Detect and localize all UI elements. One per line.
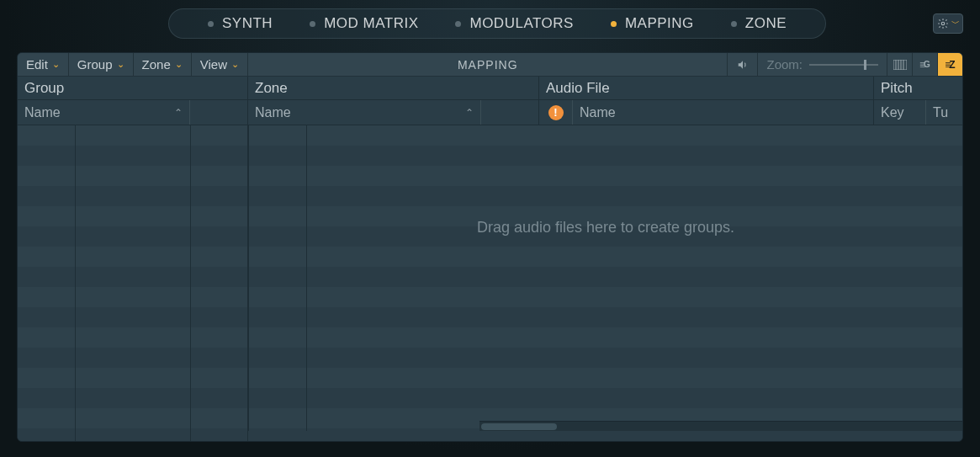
- nav-tab-modulators[interactable]: MODULATORS: [437, 9, 591, 38]
- column-title: Audio File: [539, 77, 873, 100]
- drop-placeholder-text: Drag audio files here to create groups.: [477, 219, 734, 236]
- warning-icon: !: [548, 105, 564, 120]
- zone-view-button[interactable]: ≡Z: [937, 53, 962, 76]
- column-audio-file: Audio File ! Name: [539, 77, 874, 125]
- menu-label: Zone: [142, 57, 171, 72]
- column-pitch-tune[interactable]: Tu: [926, 100, 962, 125]
- keyboard-view-button[interactable]: [887, 53, 912, 76]
- zoom-thumb[interactable]: [864, 60, 866, 70]
- chevron-down-icon: ﹀: [951, 18, 960, 29]
- gear-icon: [937, 18, 949, 29]
- column-title: Group: [18, 77, 247, 100]
- sort-asc-icon: ⌃: [465, 107, 474, 119]
- g-label: G: [924, 60, 930, 69]
- column-divider: [190, 125, 191, 441]
- sub-header-label: Tu: [933, 105, 948, 120]
- nav-tab-synth[interactable]: SYNTH: [189, 9, 291, 38]
- zoom-label: Zoom:: [766, 57, 803, 72]
- column-zone: Zone Name ⌃: [248, 77, 539, 125]
- group-menu[interactable]: Group ⌄: [69, 53, 134, 76]
- horizontal-scrollbar[interactable]: [479, 421, 962, 431]
- nav-tab-label: SYNTH: [222, 15, 273, 32]
- column-divider: [75, 125, 76, 441]
- dot-icon: [208, 21, 214, 27]
- column-zone-extra[interactable]: [481, 100, 538, 125]
- sub-header-label: Name: [255, 105, 291, 120]
- column-divider: [306, 125, 307, 431]
- sub-header-label: Name: [24, 105, 61, 120]
- nav-tab-label: MOD MATRIX: [324, 15, 418, 32]
- column-title: Pitch: [874, 77, 962, 100]
- panel-title: MAPPING: [248, 53, 727, 76]
- drop-zone[interactable]: Drag audio files here to create groups.: [248, 125, 962, 431]
- column-pitch: Pitch Key Tu: [874, 77, 962, 125]
- zone-menu[interactable]: Zone ⌄: [134, 53, 192, 76]
- edit-menu[interactable]: Edit ⌄: [18, 53, 69, 76]
- toolbar: Edit ⌄ Group ⌄ Zone ⌄ View ⌄ MAPPING: [18, 53, 962, 77]
- dot-icon: [310, 21, 315, 27]
- sub-header-label: Name: [580, 105, 616, 120]
- nav-tab-mod-matrix[interactable]: MOD MATRIX: [291, 9, 437, 38]
- zoom-slider[interactable]: [809, 64, 878, 66]
- nav-tab-label: MODULATORS: [469, 15, 573, 32]
- dot-icon: [731, 21, 737, 27]
- column-group-name[interactable]: Name ⌃: [18, 100, 190, 125]
- mapping-panel: Edit ⌄ Group ⌄ Zone ⌄ View ⌄ MAPPING: [17, 52, 963, 442]
- keyboard-icon: [893, 60, 907, 70]
- nav-tab-zone[interactable]: ZONE: [712, 9, 805, 38]
- column-pitch-key[interactable]: Key: [874, 100, 926, 125]
- sort-asc-icon: ⌃: [174, 107, 183, 119]
- table-body: Drag audio files here to create groups.: [18, 125, 962, 441]
- speaker-icon: [736, 59, 750, 71]
- column-audio-name[interactable]: Name: [573, 100, 873, 125]
- nav-tab-mapping[interactable]: MAPPING: [592, 9, 712, 38]
- dot-icon: [611, 21, 617, 27]
- dot-icon: [455, 21, 461, 27]
- group-view-button[interactable]: ≡G: [912, 53, 937, 76]
- menu-label: View: [200, 57, 227, 72]
- svg-point-0: [941, 22, 945, 25]
- svg-rect-1: [893, 60, 907, 70]
- column-audio-warning[interactable]: !: [539, 100, 573, 125]
- sub-header-label: Key: [881, 105, 904, 120]
- z-label: Z: [949, 59, 955, 71]
- scrollbar-thumb[interactable]: [481, 423, 557, 430]
- nav-tabs: SYNTH MOD MATRIX MODULATORS MAPPING ZONE: [168, 8, 826, 39]
- zoom-control[interactable]: Zoom:: [757, 53, 887, 76]
- column-zone-name[interactable]: Name ⌃: [248, 100, 481, 125]
- menu-label: Edit: [26, 57, 48, 72]
- audition-button[interactable]: [727, 53, 757, 76]
- column-title: Zone: [248, 77, 538, 100]
- column-group: Group Name ⌃: [18, 77, 248, 125]
- view-menu[interactable]: View ⌄: [192, 53, 248, 76]
- chevron-down-icon: ⌄: [52, 60, 60, 69]
- column-headers: Group Name ⌃ Zone Name ⌃: [18, 77, 962, 125]
- chevron-down-icon: ⌄: [117, 60, 124, 69]
- chevron-down-icon: ⌄: [231, 60, 239, 69]
- nav-tab-label: MAPPING: [625, 15, 694, 32]
- column-group-extra[interactable]: [190, 100, 247, 125]
- menu-label: Group: [77, 57, 113, 72]
- chevron-down-icon: ⌄: [175, 60, 183, 69]
- nav-tab-label: ZONE: [745, 15, 787, 32]
- settings-menu-button[interactable]: ﹀: [933, 13, 963, 34]
